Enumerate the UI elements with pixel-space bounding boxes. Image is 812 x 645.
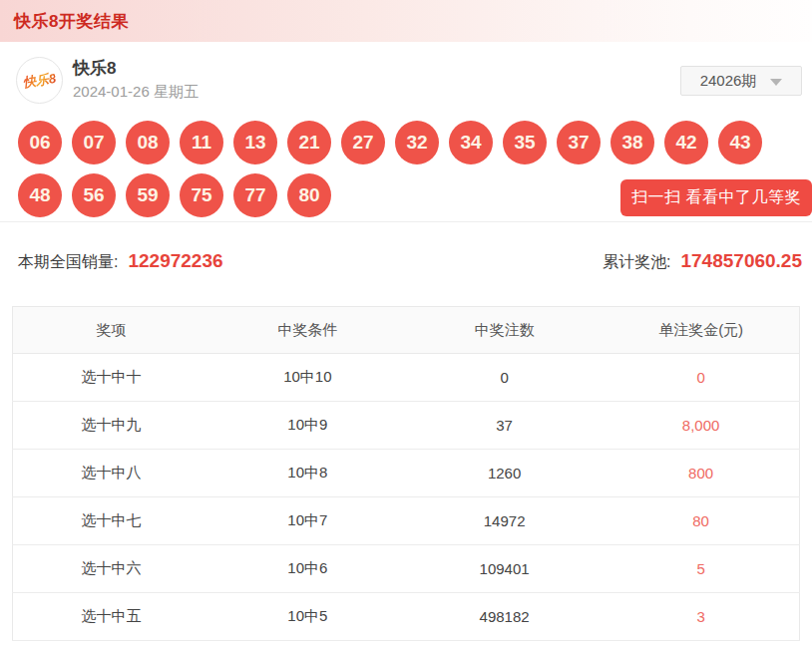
issue-dropdown[interactable]: 24026期 <box>680 66 802 96</box>
column-header: 中奖条件 <box>209 307 406 354</box>
table-row: 选十中六 10中6 109401 5 <box>13 545 800 593</box>
game-info: 快乐8 2024-01-26 星期五 <box>73 57 199 102</box>
chevron-down-icon <box>770 79 782 86</box>
draw-date: 2024-01-26 星期五 <box>73 83 199 102</box>
winning-bets-cell: 37 <box>406 402 603 450</box>
lottery-ball: 27 <box>341 121 385 164</box>
table-row: 选十中八 10中8 1260 800 <box>13 450 800 497</box>
prize-amount-cell: 5 <box>603 545 799 593</box>
win-condition-cell: 10中9 <box>209 402 406 450</box>
lottery-ball: 06 <box>18 121 62 164</box>
prize-table-header: 奖项中奖条件中奖注数单注奖金(元) <box>13 307 800 354</box>
prize-name-cell: 选十中六 <box>13 545 209 593</box>
kuaile8-logo-text: 快乐8 <box>22 69 57 91</box>
table-row: 选十中五 10中5 498182 3 <box>13 593 800 641</box>
sales-label: 本期全国销量: <box>18 252 118 273</box>
winning-bets-cell: 498182 <box>406 593 603 641</box>
game-header: 快乐8 快乐8 2024-01-26 星期五 24026期 <box>0 42 812 105</box>
kuaile8-logo: 快乐8 <box>16 57 63 104</box>
table-row: 选十中九 10中9 37 8,000 <box>13 402 800 450</box>
win-condition-cell: 10中7 <box>209 497 406 545</box>
prize-table: 奖项中奖条件中奖注数单注奖金(元) 选十中十 10中10 0 0 选十中九 10… <box>12 306 800 641</box>
drawn-numbers-section: 06 07 08 11 13 21 27 32 34 35 37 38 42 4… <box>18 121 804 217</box>
lottery-ball: 75 <box>180 173 223 217</box>
prize-amount-cell: 80 <box>603 497 799 545</box>
column-header: 奖项 <box>13 307 209 354</box>
prize-name-cell: 选十中十 <box>13 354 209 402</box>
winning-bets-cell: 0 <box>406 354 603 402</box>
lottery-ball: 38 <box>610 121 654 164</box>
win-condition-cell: 10中6 <box>209 545 406 593</box>
winning-bets-cell: 109401 <box>406 545 603 593</box>
winning-bets-cell: 1260 <box>406 450 603 497</box>
prize-name-cell: 选十中五 <box>13 593 209 641</box>
lottery-ball: 80 <box>287 173 331 217</box>
lottery-ball: 43 <box>718 121 762 164</box>
lottery-ball: 11 <box>180 121 223 164</box>
pool-label: 累计奖池: <box>603 252 670 273</box>
winning-bets-cell: 14972 <box>406 497 603 545</box>
lottery-ball: 35 <box>503 121 547 164</box>
scan-check-prize-button[interactable]: 扫一扫 看看中了几等奖 <box>620 179 812 216</box>
issue-dropdown-value: 24026期 <box>700 72 757 91</box>
lottery-ball: 08 <box>126 121 170 164</box>
column-header: 中奖注数 <box>406 307 603 354</box>
game-name: 快乐8 <box>73 59 199 79</box>
prize-amount-cell: 8,000 <box>603 402 799 450</box>
lottery-ball: 77 <box>233 173 277 217</box>
national-sales: 本期全国销量: 122972236 <box>18 250 223 273</box>
lottery-ball: 13 <box>233 121 277 164</box>
table-row: 选十中七 10中7 14972 80 <box>13 497 800 545</box>
page-banner: 快乐8开奖结果 <box>0 0 812 42</box>
prize-name-cell: 选十中九 <box>13 402 209 450</box>
lottery-ball: 42 <box>664 121 708 164</box>
win-condition-cell: 10中10 <box>209 354 406 402</box>
lottery-ball: 48 <box>18 173 62 217</box>
stats-row: 本期全国销量: 122972236 累计奖池: 174857060.25 <box>0 221 812 284</box>
sales-value: 122972236 <box>128 250 222 272</box>
prize-name-cell: 选十中八 <box>13 450 209 497</box>
lottery-ball: 59 <box>126 173 170 217</box>
jackpot-pool: 累计奖池: 174857060.25 <box>603 250 802 273</box>
lottery-ball: 07 <box>72 121 116 164</box>
prize-amount-cell: 3 <box>603 593 799 641</box>
win-condition-cell: 10中8 <box>209 450 406 497</box>
prize-name-cell: 选十中七 <box>13 497 209 545</box>
lottery-ball: 21 <box>287 121 331 164</box>
lottery-ball: 34 <box>449 121 493 164</box>
lottery-ball: 32 <box>395 121 439 164</box>
table-row: 选十中十 10中10 0 0 <box>13 354 800 402</box>
column-header: 单注奖金(元) <box>603 307 799 354</box>
lottery-ball: 56 <box>72 173 116 217</box>
pool-value: 174857060.25 <box>680 250 802 272</box>
page-title: 快乐8开奖结果 <box>14 10 129 33</box>
win-condition-cell: 10中5 <box>209 593 406 641</box>
lottery-ball: 37 <box>557 121 601 164</box>
prize-amount-cell: 0 <box>603 354 799 402</box>
prize-amount-cell: 800 <box>603 450 799 497</box>
